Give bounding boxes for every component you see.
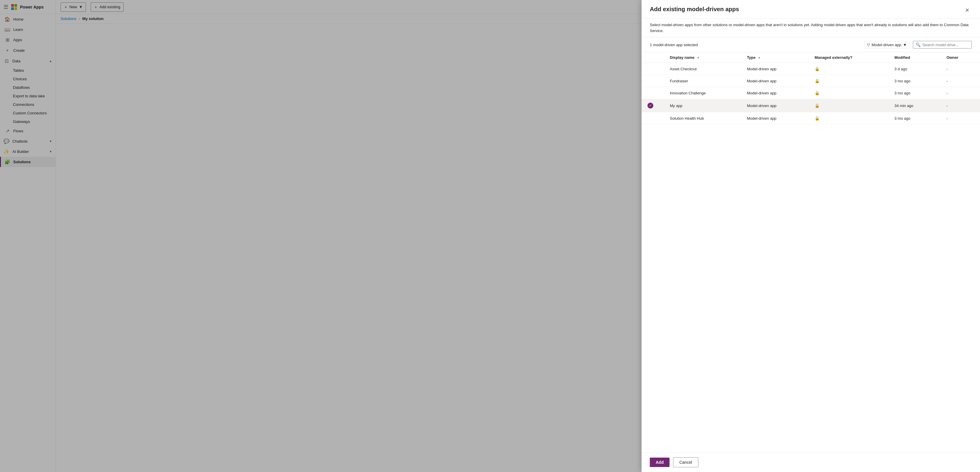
add-button[interactable]: Add — [650, 458, 670, 467]
row-check-cell — [641, 75, 662, 87]
row-modified: 34 min ago — [886, 99, 938, 112]
panel-close-button[interactable]: ✕ — [963, 6, 972, 15]
lock-icon: 🔒 — [815, 90, 819, 95]
col-check — [641, 52, 662, 63]
filter-chevron-icon: ▼ — [903, 43, 907, 47]
row-type: Model-driven app — [739, 87, 807, 99]
row-owner: - — [938, 112, 980, 124]
row-display-name: Solution Health Hub — [662, 112, 739, 124]
row-modified: 3 mo ago — [886, 75, 938, 87]
lock-icon: 🔒 — [815, 67, 819, 71]
panel-footer: Add Cancel — [641, 452, 980, 472]
panel-toolbar-right: ▽ Model-driven app ▼ 🔍 — [864, 41, 972, 49]
selected-count: 1 model-driven app selected — [650, 43, 698, 47]
row-owner: - — [938, 99, 980, 112]
search-box: 🔍 — [913, 41, 972, 49]
col-modified: Modified — [886, 52, 938, 63]
row-managed: 🔒 — [807, 75, 886, 87]
row-owner: - — [938, 63, 980, 75]
filter-button[interactable]: ▽ Model-driven app ▼ — [864, 41, 909, 49]
row-display-name: Asset Checkout — [662, 63, 739, 75]
row-managed: 🔒 — [807, 87, 886, 99]
row-managed: 🔒 — [807, 112, 886, 124]
table-row[interactable]: Fundraiser Model-driven app 🔒 3 mo ago - — [641, 75, 980, 87]
check-circle-icon: ✓ — [648, 103, 653, 109]
table-body: Asset Checkout Model-driven app 🔒 3 d ag… — [641, 63, 980, 124]
add-existing-panel: Add existing model-driven apps ✕ Select … — [641, 0, 980, 472]
table-row[interactable]: ✓ My app Model-driven app 🔒 34 min ago - — [641, 99, 980, 112]
row-display-name: Innovation Challenge — [662, 87, 739, 99]
panel-description: Select model-driven apps from other solu… — [641, 19, 980, 37]
row-type: Model-driven app — [739, 99, 807, 112]
row-check-cell: ✓ — [641, 99, 662, 112]
lock-icon: 🔒 — [815, 103, 819, 108]
row-modified: 3 mo ago — [886, 112, 938, 124]
row-type: Model-driven app — [739, 63, 807, 75]
cancel-button[interactable]: Cancel — [673, 457, 698, 467]
table-header-row: Display name ▼ Type ▼ Managed externally… — [641, 52, 980, 63]
row-managed: 🔒 — [807, 99, 886, 112]
row-display-name: Fundraiser — [662, 75, 739, 87]
row-owner: - — [938, 87, 980, 99]
table-row[interactable]: Innovation Challenge Model-driven app 🔒 … — [641, 87, 980, 99]
row-check-cell — [641, 112, 662, 124]
lock-icon: 🔒 — [815, 116, 819, 120]
col-type[interactable]: Type ▼ — [739, 52, 807, 63]
row-check-cell — [641, 87, 662, 99]
row-type: Model-driven app — [739, 75, 807, 87]
col-owner: Owner — [938, 52, 980, 63]
panel-table: Display name ▼ Type ▼ Managed externally… — [641, 52, 980, 452]
sort-type-icon: ▼ — [758, 56, 761, 59]
panel-toolbar: 1 model-driven app selected ▽ Model-driv… — [641, 37, 980, 52]
row-modified: 3 mo ago — [886, 87, 938, 99]
col-display-name[interactable]: Display name ▼ — [662, 52, 739, 63]
search-icon: 🔍 — [916, 42, 921, 47]
panel-title: Add existing model-driven apps — [650, 6, 739, 13]
sort-display-name-icon: ▼ — [697, 56, 700, 59]
col-managed: Managed externally? — [807, 52, 886, 63]
row-display-name: My app — [662, 99, 739, 112]
lock-icon: 🔒 — [815, 79, 819, 83]
table-row[interactable]: Solution Health Hub Model-driven app 🔒 3… — [641, 112, 980, 124]
search-input[interactable] — [922, 43, 972, 47]
row-owner: - — [938, 75, 980, 87]
row-modified: 3 d ago — [886, 63, 938, 75]
panel-header: Add existing model-driven apps ✕ — [641, 0, 980, 19]
apps-table: Display name ▼ Type ▼ Managed externally… — [641, 52, 980, 124]
row-type: Model-driven app — [739, 112, 807, 124]
table-row[interactable]: Asset Checkout Model-driven app 🔒 3 d ag… — [641, 63, 980, 75]
row-managed: 🔒 — [807, 63, 886, 75]
filter-icon: ▽ — [867, 43, 870, 47]
row-check-cell — [641, 63, 662, 75]
